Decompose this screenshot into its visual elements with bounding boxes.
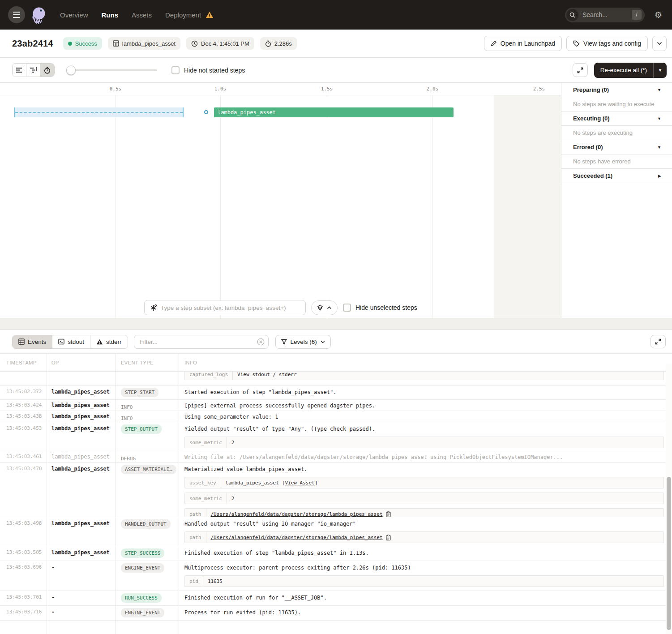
after-run-shaded-region xyxy=(494,95,561,318)
copy-icon[interactable] xyxy=(386,535,391,540)
tab-stdout[interactable]: stdout xyxy=(52,335,90,348)
layers-icon xyxy=(317,304,323,311)
event-type-badge: HANDLED_OUTPUT xyxy=(121,519,171,529)
metadata-tag: asset_key lambda_pipes_asset[View Asset] xyxy=(184,477,664,488)
settings-gear-icon[interactable]: ⚙ xyxy=(655,11,662,19)
terminal-icon xyxy=(58,338,64,345)
success-dot-icon xyxy=(68,42,72,46)
zoom-slider[interactable] xyxy=(68,69,157,71)
event-row[interactable]: 13:45:03.461 lambda_pipes_asset DEBUG Wr… xyxy=(0,451,672,463)
chevron-down-icon: ▼ xyxy=(657,145,661,150)
clear-filter-icon[interactable] xyxy=(257,338,265,346)
open-in-launchpad-button[interactable]: Open in Launchpad xyxy=(484,36,562,51)
log-filter-field[interactable] xyxy=(134,335,269,349)
view-timed-icon[interactable] xyxy=(40,64,54,77)
event-row[interactable]: 13:45:03.701 - RUN_SUCCESS Finished exec… xyxy=(0,591,672,606)
event-row[interactable]: captured_logs View stdout / stderr xyxy=(0,372,672,386)
events-scrollbar-thumb[interactable] xyxy=(667,477,671,630)
zoom-slider-thumb[interactable] xyxy=(66,65,76,75)
levels-filter-button[interactable]: Levels (6) xyxy=(275,335,331,349)
gantt-step-bar[interactable]: lambda_pipes_asset xyxy=(214,107,454,117)
event-log-table: TIMESTAMP OP EVENT TYPE INFO captured_lo… xyxy=(0,353,672,634)
metadata-tag: some_metric 2 xyxy=(184,493,664,504)
gantt-chart: 0.5s 1.0s 1.5s 2.0s 2.5s lambda_pipes_as… xyxy=(0,83,561,318)
event-type-badge: ENGINE_EVENT xyxy=(121,608,164,617)
step-status-panel: Preparing (0) ▼ No steps are waiting to … xyxy=(561,83,672,318)
event-type-badge: RUN_SUCCESS xyxy=(121,593,162,603)
view-stdout-stderr-link[interactable]: View stdout / stderr xyxy=(237,372,296,377)
chevron-down-icon: ▼ xyxy=(657,116,661,121)
section-errored[interactable]: Errored (0) ▼ xyxy=(561,140,672,154)
duration-badge: 2.286s xyxy=(260,37,297,50)
metadata-tag: captured_logs View stdout / stderr xyxy=(184,372,664,380)
hide-unselected-toggle[interactable]: Hide unselected steps xyxy=(343,304,417,312)
metadata-tag: some_metric 2 xyxy=(184,437,664,448)
axis-tick: 2.5s xyxy=(533,86,545,92)
event-type-label: INFO xyxy=(121,415,133,421)
view-mode-group xyxy=(12,63,55,77)
path-link[interactable]: /Users/alangenfeld/data/dagster/storage/… xyxy=(211,535,383,540)
gantt-fullscreen-button[interactable] xyxy=(573,63,588,77)
view-flat-icon[interactable] xyxy=(13,64,26,77)
view-tags-config-button[interactable]: View tags and config xyxy=(566,36,648,51)
hide-not-started-toggle[interactable]: Hide not started steps xyxy=(171,66,245,74)
primary-nav: Overview Runs Assets Deployment xyxy=(60,11,214,19)
axis-tick: 1.0s xyxy=(214,86,227,92)
axis-tick: 1.5s xyxy=(321,86,333,92)
chevron-right-icon: ▶ xyxy=(658,174,661,178)
expand-icon xyxy=(577,67,583,73)
nav-deployment[interactable]: Deployment xyxy=(165,11,201,19)
panel-resize-handle[interactable] xyxy=(0,318,672,330)
subset-apply-button[interactable] xyxy=(311,300,338,315)
job-name-badge[interactable]: lambda_pipes_asset xyxy=(108,37,180,50)
nav-assets[interactable]: Assets xyxy=(132,11,152,19)
event-row[interactable]: 13:45:03.424 lambda_pipes_asset INFO [pi… xyxy=(0,400,672,411)
event-type-label: DEBUG xyxy=(121,455,136,462)
event-type-badge: ASSET_MATERIALIZAT… xyxy=(121,465,176,474)
axis-tick: 2.0s xyxy=(427,86,439,92)
dagster-logo[interactable] xyxy=(29,5,48,25)
step-subset-field[interactable] xyxy=(144,300,306,315)
event-row[interactable]: 13:45:02.372 lambda_pipes_asset STEP_STA… xyxy=(0,386,672,400)
view-waterfall-icon[interactable] xyxy=(26,64,40,77)
nav-runs[interactable]: Runs xyxy=(102,11,119,19)
search-input[interactable] xyxy=(582,11,624,18)
hide-not-started-checkbox[interactable] xyxy=(171,66,180,74)
reexecute-dropdown-caret[interactable]: ▼ xyxy=(653,63,667,78)
path-link[interactable]: /Users/alangenfeld/data/dagster/storage/… xyxy=(211,511,383,517)
gantt-toolbar: Hide not started steps Re-execute all (*… xyxy=(0,58,672,83)
axis-tick: 0.5s xyxy=(110,86,122,92)
gantt-time-axis: 0.5s 1.0s 1.5s 2.0s 2.5s xyxy=(0,83,561,95)
event-row[interactable]: 13:45:03.453 lambda_pipes_asset STEP_OUT… xyxy=(0,422,672,451)
event-row[interactable]: 13:45:03.505 lambda_pipes_asset STEP_SUC… xyxy=(0,546,672,561)
run-actions-dropdown-button[interactable] xyxy=(652,36,667,51)
step-subset-input[interactable] xyxy=(161,304,300,311)
event-row[interactable]: 13:45:03.438 lambda_pipes_asset INFO Usi… xyxy=(0,411,672,422)
hamburger-menu-button[interactable] xyxy=(8,6,25,23)
event-row[interactable]: 13:45:03.696 - ENGINE_EVENT Multiprocess… xyxy=(0,561,672,591)
section-executing-empty: No steps are executing xyxy=(561,126,672,140)
view-asset-link[interactable]: View Asset xyxy=(285,480,314,486)
section-executing[interactable]: Executing (0) ▼ xyxy=(561,111,672,126)
tab-events[interactable]: Events xyxy=(13,335,52,348)
section-succeeded[interactable]: Succeeded (1) ▶ xyxy=(561,169,672,183)
clock-icon xyxy=(191,40,198,47)
tab-stderr[interactable]: stderr xyxy=(90,335,128,348)
events-fullscreen-button[interactable] xyxy=(651,335,666,348)
op-selector-icon xyxy=(150,304,157,311)
section-preparing-empty: No steps are waiting to execute xyxy=(561,97,672,111)
event-type-badge: ENGINE_EVENT xyxy=(121,563,164,573)
section-preparing[interactable]: Preparing (0) ▼ xyxy=(561,83,672,97)
event-row[interactable]: 13:45:03.716 - ENGINE_EVENT Process for … xyxy=(0,606,672,621)
event-row[interactable]: 13:45:03.498 lambda_pipes_asset HANDLED_… xyxy=(0,517,672,546)
status-badge: Success xyxy=(63,37,102,50)
nav-overview[interactable]: Overview xyxy=(60,11,88,19)
event-row[interactable]: 13:45:03.470 lambda_pipes_asset ASSET_MA… xyxy=(0,463,672,517)
reexecute-all-button[interactable]: Re-execute all (*) ▼ xyxy=(594,63,667,78)
global-search[interactable]: / xyxy=(565,8,645,22)
metadata-tag: pid 11635 xyxy=(184,575,664,587)
hide-unselected-checkbox[interactable] xyxy=(343,304,351,312)
copy-icon[interactable] xyxy=(386,511,391,517)
col-timestamp: TIMESTAMP xyxy=(0,354,47,371)
log-filter-input[interactable] xyxy=(134,335,269,349)
